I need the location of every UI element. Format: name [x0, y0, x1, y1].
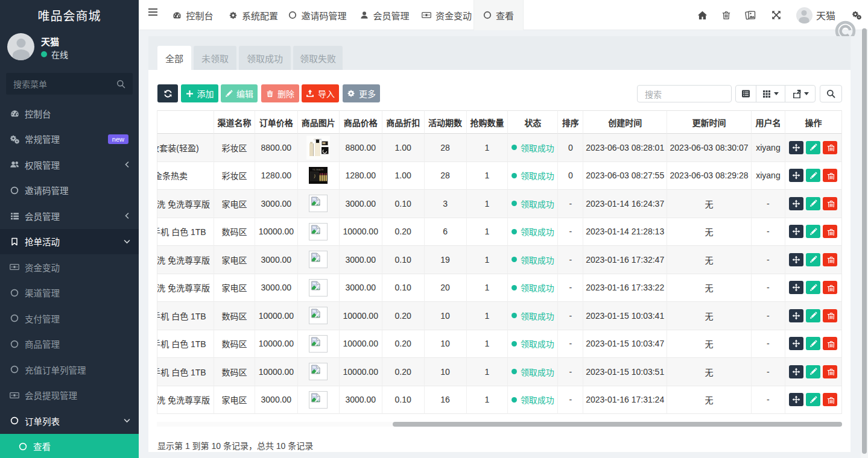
- svg-text:YSL BEAUTE: YSL BEAUTE: [312, 169, 323, 171]
